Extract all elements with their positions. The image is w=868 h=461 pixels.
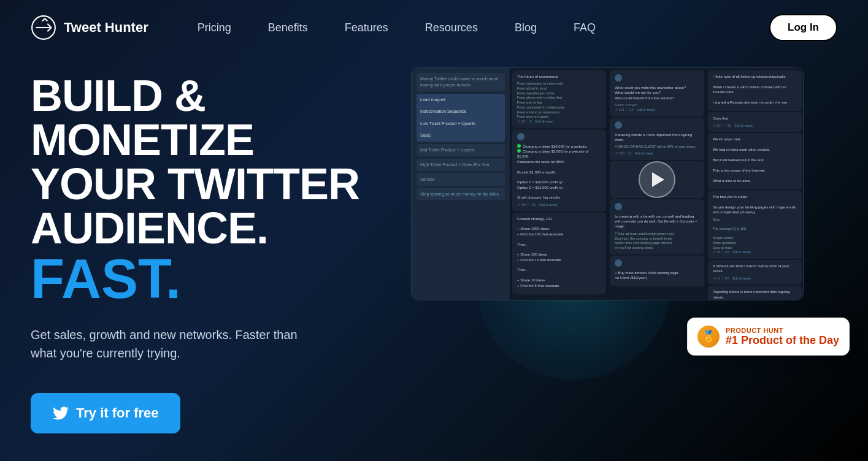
tweet-card-col4-1: • Take note of all follow-up relationshi…: [708, 70, 802, 111]
nav-features[interactable]: Features: [345, 21, 388, 34]
tweet-card-3: Content strategy, 101 + Share 1000 ideas…: [512, 213, 606, 294]
video-col: [610, 161, 704, 198]
tweet-card-col4-6: Rejecting clients is more important than…: [708, 286, 802, 300]
product-hunt-badge[interactable]: 🏅 PRODUCT HUNT #1 Product of the Day: [687, 318, 850, 356]
product-hunt-text: PRODUCT HUNT #1 Product of the Day: [726, 327, 839, 347]
avatar: [517, 133, 524, 140]
svg-line-5: [45, 18, 47, 21]
nav-faq[interactable]: FAQ: [574, 21, 596, 34]
avatar-4: [615, 203, 622, 210]
try-free-button[interactable]: Try it for free: [31, 393, 180, 433]
tweet-card-col3-4: Is creating with a benefit can do well a…: [610, 199, 704, 254]
sidebar-item-active: Lead magnetIndoctrination SequenceLow Ti…: [417, 94, 505, 142]
login-button[interactable]: Log In: [769, 14, 837, 41]
tweet-card-col3-2: Retaining clients is more important than…: [610, 118, 704, 160]
brand-name: Tweet Hunter: [64, 20, 148, 36]
nav-blog[interactable]: Blog: [515, 21, 537, 34]
tweet-card: The future of ecommerce From transaction…: [512, 70, 606, 128]
nav-pricing[interactable]: Pricing: [198, 21, 231, 34]
dashboard-sidebar: Money Twitter could make so much more mo…: [412, 68, 510, 300]
tweet-card-col4-2: Copy that ↗ 207 ♡ 32 Edit & tweet: [708, 112, 802, 132]
tweet-card-col3-1: What could you write this newsletter abo…: [610, 70, 704, 116]
avatar-3: [615, 121, 622, 129]
avatar-5: [615, 259, 622, 267]
ph-title: #1 Product of the Day: [726, 334, 839, 347]
dashboard-screenshot: Money Twitter could make so much more mo…: [411, 67, 804, 300]
sidebar-item-5: Stop leaving so much money on the table: [417, 188, 505, 200]
hero-left: BUILD & MONETIZE YOUR TWITTER AUDIENCE. …: [31, 67, 386, 433]
tweet-card-col4-3: We've never met.We had no idea each othe…: [708, 133, 802, 189]
medal-icon: 🏅: [697, 326, 720, 348]
dashboard-col-2: The future of ecommerce From transaction…: [511, 68, 607, 300]
avatar-2: [615, 74, 622, 82]
twitter-icon: [53, 405, 69, 421]
dashboard-col-4: • Take note of all follow-up relationshi…: [707, 68, 803, 300]
logo-icon: [31, 15, 56, 40]
logo[interactable]: Tweet Hunter: [31, 15, 148, 40]
sidebar-item-4: Service: [417, 173, 505, 186]
hero-right: Money Twitter could make so much more mo…: [411, 67, 837, 398]
tweet-card-2: Charging a client $10,000 for a website.…: [512, 129, 606, 211]
nav-actions: Log In: [769, 14, 837, 41]
ph-label: PRODUCT HUNT: [726, 327, 839, 334]
nav-benefits[interactable]: Benefits: [268, 21, 308, 34]
nav-links: Pricing Benefits Features Resources Blog…: [198, 21, 769, 34]
hero-fast: FAST.: [31, 250, 386, 308]
dashboard-col-3: What could you write this newsletter abo…: [609, 68, 705, 300]
dashboard-grid: Money Twitter could make so much more mo…: [412, 68, 803, 300]
hero-section: BUILD & MONETIZE YOUR TWITTER AUDIENCE. …: [0, 55, 868, 433]
page-wrapper: Tweet Hunter Pricing Benefits Features R…: [0, 0, 868, 461]
sidebar-item: Money Twitter could make so much more mo…: [417, 73, 505, 91]
tweet-card-col4-4: The fact you're smartSo you design your …: [708, 191, 802, 259]
hero-headline: BUILD & MONETIZE YOUR TWITTER AUDIENCE.: [31, 74, 386, 250]
sidebar-item-3: High Ticket Product + Done-For-You: [417, 159, 505, 171]
tweet-card-col3-5: + Buy main domain, build landing pageno …: [610, 256, 704, 287]
try-btn-label: Try it for free: [76, 405, 158, 421]
navbar: Tweet Hunter Pricing Benefits Features R…: [0, 0, 868, 55]
sidebar-item-2: Mid Ticket Product + Upsells: [417, 144, 505, 156]
tweet-card-col4-5: A SINGULAR BAD CLIENT will be 90% of you…: [708, 260, 802, 284]
play-button[interactable]: [639, 161, 675, 198]
play-triangle: [652, 172, 664, 187]
nav-resources[interactable]: Resources: [425, 21, 478, 34]
hero-subtext: Get sales, growth and new networks. Fast…: [31, 326, 325, 362]
tweet-card-col3-3: [610, 161, 704, 198]
